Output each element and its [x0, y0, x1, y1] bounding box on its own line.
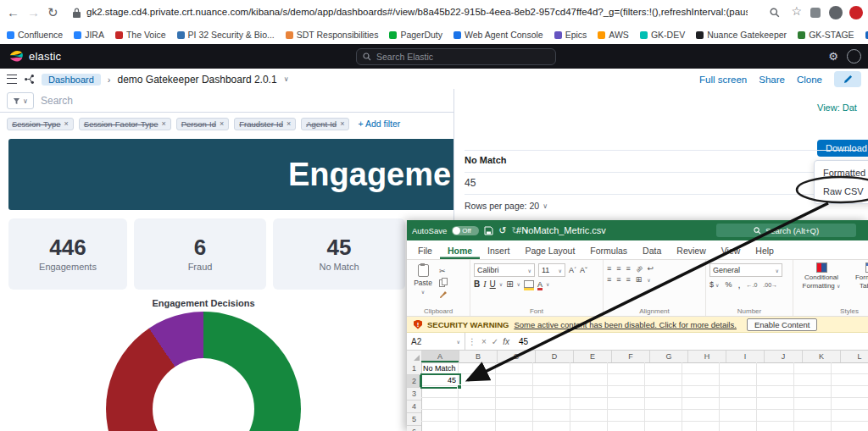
percent-format-icon[interactable]: % — [725, 280, 732, 289]
bookmark[interactable]: Epics — [554, 30, 587, 40]
column-header[interactable]: C — [498, 351, 536, 362]
tab-home[interactable]: Home — [440, 243, 480, 259]
font-name-combo[interactable]: Calibri∨ — [474, 263, 535, 277]
cancel-x-icon[interactable]: × — [481, 337, 487, 346]
bookmark[interactable]: Web Agent Console — [453, 30, 543, 40]
filter-pill[interactable]: Session-Type× — [7, 118, 74, 130]
column-header-a[interactable]: A — [421, 351, 459, 362]
query-filter-button[interactable]: ∨ — [7, 92, 34, 109]
remove-filter-icon[interactable]: × — [220, 119, 224, 128]
align-middle-icon[interactable]: ≡ — [616, 264, 620, 273]
dashboard-search-input[interactable]: Search — [41, 95, 73, 107]
conditional-formatting-button[interactable]: Conditional Formatting ∨ — [797, 262, 846, 305]
row-header[interactable]: 4 — [407, 401, 421, 413]
tab-page-layout[interactable]: Page Layout — [517, 243, 582, 259]
tab-view[interactable]: View — [714, 243, 748, 259]
engagement-donut[interactable] — [106, 312, 301, 431]
font-color-icon[interactable]: A — [537, 280, 542, 289]
column-header[interactable]: D — [536, 351, 574, 362]
download-csv-button[interactable]: Download CSV — [817, 140, 868, 157]
bookmark[interactable]: GK-STAGE — [798, 30, 854, 40]
enable-content-button[interactable]: Enable Content — [747, 318, 818, 331]
account-avatar[interactable] — [849, 6, 863, 19]
number-format-combo[interactable]: General∨ — [709, 263, 782, 277]
column-header[interactable]: I — [726, 351, 765, 362]
wrap-text-icon[interactable]: ↩ — [648, 264, 654, 273]
menu-item-formatted-csv[interactable]: Formatted C — [815, 163, 868, 182]
share-link[interactable]: Share — [759, 75, 785, 85]
cell-a1[interactable]: No Match — [421, 362, 460, 374]
format-as-table-button[interactable]: Format as Table ∨ — [848, 262, 868, 305]
align-center-icon[interactable]: ≡ — [616, 275, 620, 284]
merge-center-icon[interactable]: ⊞ — [636, 275, 643, 284]
remove-filter-icon[interactable]: × — [161, 119, 165, 128]
remove-filter-icon[interactable]: × — [64, 119, 69, 128]
shrink-font-icon[interactable]: Aˇ — [580, 266, 587, 274]
underline-button[interactable]: U — [490, 279, 496, 289]
row-header-2[interactable]: 2 — [407, 375, 421, 388]
bookmark[interactable]: SDT Responsibilities — [286, 30, 379, 40]
filter-pill[interactable]: Session-Factor-Type× — [79, 118, 171, 130]
bookmark[interactable]: Nuance Gatekeeper — [696, 30, 787, 40]
cut-scissors-icon[interactable]: ✂ — [439, 267, 448, 275]
bookmark[interactable]: GK-DEV — [640, 30, 685, 40]
remove-filter-icon[interactable]: × — [340, 119, 344, 128]
address-bar[interactable]: gk2.stage.cd4.private.crt.nuance.com/kib… — [86, 7, 748, 17]
back-icon[interactable]: ← — [7, 5, 19, 19]
menu-hamburger-icon[interactable] — [7, 75, 17, 84]
save-icon[interactable] — [484, 226, 493, 235]
select-all-corner[interactable] — [407, 351, 422, 363]
zoom-icon[interactable] — [770, 8, 780, 18]
grow-font-icon[interactable]: Aˊ — [569, 266, 576, 274]
bookmark[interactable]: GK-PROD — [865, 30, 868, 40]
filter-pill[interactable]: Fraudster-Id× — [234, 118, 296, 130]
reload-icon[interactable]: ↻ — [47, 5, 58, 20]
format-painter-brush-icon[interactable] — [439, 290, 448, 299]
bold-button[interactable]: B — [474, 279, 480, 289]
excel-search-box[interactable]: Search (Alt+Q) — [716, 224, 856, 237]
full-screen-link[interactable]: Full screen — [699, 75, 747, 85]
align-top-icon[interactable]: ≡ — [607, 264, 611, 273]
currency-format-icon[interactable]: $ — [709, 280, 714, 289]
fill-color-icon[interactable] — [524, 280, 534, 288]
tab-help[interactable]: Help — [748, 243, 782, 259]
orientation-icon[interactable]: ab — [634, 264, 643, 273]
tab-review[interactable]: Review — [669, 243, 713, 259]
row-header[interactable]: 5 — [407, 413, 421, 426]
menu-item-raw-csv[interactable]: Raw CSV — [815, 182, 868, 201]
filter-pill[interactable]: Agent-Id× — [301, 118, 349, 130]
column-header[interactable]: H — [688, 351, 726, 362]
view-data-link[interactable]: View: Dat — [817, 102, 857, 113]
tab-insert[interactable]: Insert — [480, 243, 517, 259]
gear-icon[interactable]: ⚙ — [828, 50, 838, 63]
clone-link[interactable]: Clone — [797, 75, 822, 85]
column-header[interactable]: B — [459, 351, 498, 362]
profile-avatar[interactable] — [829, 6, 843, 19]
redo-icon[interactable]: ↻ — [511, 226, 519, 235]
rows-per-page[interactable]: Rows per page: 20∨ — [465, 201, 548, 211]
undo-icon[interactable]: ↺ — [498, 226, 506, 235]
paste-button[interactable]: Paste ∨ — [410, 262, 436, 295]
row-header[interactable]: 3 — [407, 388, 421, 401]
elastic-search-input[interactable]: Search Elastic — [356, 48, 556, 65]
edit-button[interactable] — [834, 71, 861, 87]
breadcrumb[interactable]: Dashboard — [42, 74, 101, 86]
align-bottom-icon[interactable]: ≡ — [626, 264, 631, 273]
tab-data[interactable]: Data — [635, 243, 669, 259]
italic-button[interactable]: I — [483, 279, 486, 289]
name-box[interactable]: A2∨ — [407, 333, 465, 350]
security-warning-message[interactable]: Some active content has been disabled. C… — [514, 320, 736, 329]
bookmark-star-icon[interactable]: ☆ — [791, 4, 802, 18]
bookmark[interactable]: PagerDuty — [389, 30, 442, 40]
column-header[interactable]: J — [765, 351, 803, 362]
tab-formulas[interactable]: Formulas — [582, 243, 635, 259]
copy-icon[interactable] — [439, 278, 448, 288]
row-header[interactable]: 6 — [407, 426, 421, 431]
cells-area[interactable] — [421, 362, 868, 431]
decrease-decimal-icon[interactable]: .00→ — [763, 282, 777, 288]
bookmark[interactable]: Confluence — [7, 30, 63, 40]
enter-check-icon[interactable]: ✓ — [492, 337, 498, 346]
comma-format-icon[interactable]: , — [737, 279, 740, 290]
nav-flow-icon[interactable] — [24, 74, 35, 85]
bookmark[interactable]: The Voice — [115, 30, 166, 40]
